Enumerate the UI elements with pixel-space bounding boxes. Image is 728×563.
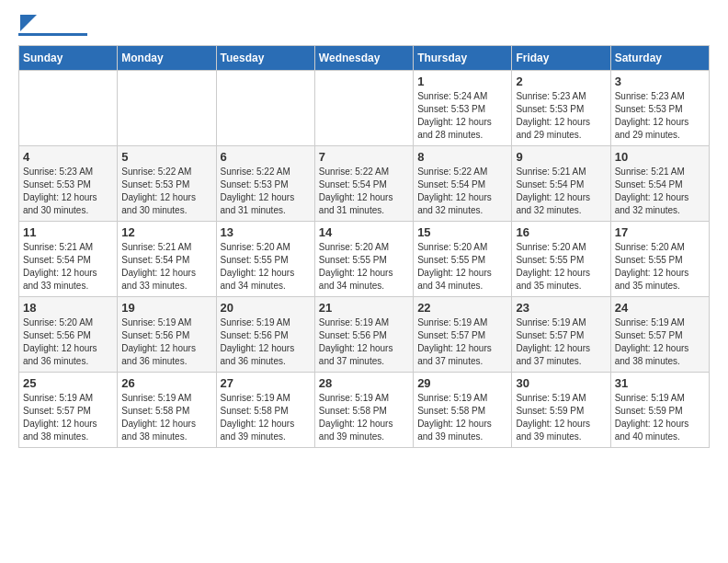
day-number: 8 (417, 150, 507, 164)
day-number: 1 (417, 75, 507, 88)
day-info: Sunrise: 5:19 AM Sunset: 5:57 PM Dayligh… (615, 316, 705, 368)
calendar-cell: 6Sunrise: 5:22 AM Sunset: 5:53 PM Daylig… (216, 146, 314, 222)
calendar-header: SundayMondayTuesdayWednesdayThursdayFrid… (19, 46, 710, 71)
svg-marker-0 (20, 15, 37, 31)
calendar-cell: 13Sunrise: 5:20 AM Sunset: 5:55 PM Dayli… (216, 222, 314, 297)
day-info: Sunrise: 5:19 AM Sunset: 5:59 PM Dayligh… (615, 392, 705, 443)
day-number: 31 (615, 376, 705, 390)
day-number: 24 (615, 301, 705, 315)
day-number: 18 (23, 301, 113, 315)
logo (18, 18, 87, 36)
day-number: 23 (516, 301, 606, 315)
calendar-cell: 15Sunrise: 5:20 AM Sunset: 5:55 PM Dayli… (414, 222, 512, 297)
day-number: 6 (221, 150, 311, 164)
day-number: 29 (417, 376, 507, 390)
day-number: 7 (319, 150, 409, 164)
calendar-cell: 3Sunrise: 5:23 AM Sunset: 5:53 PM Daylig… (610, 71, 709, 146)
calendar-cell: 17Sunrise: 5:20 AM Sunset: 5:55 PM Dayli… (610, 222, 709, 297)
day-info: Sunrise: 5:24 AM Sunset: 5:53 PM Dayligh… (417, 90, 507, 142)
day-number: 9 (516, 150, 606, 164)
day-number: 10 (615, 150, 705, 164)
calendar-cell: 24Sunrise: 5:19 AM Sunset: 5:57 PM Dayli… (610, 297, 709, 373)
day-info: Sunrise: 5:23 AM Sunset: 5:53 PM Dayligh… (516, 90, 606, 142)
weekday-header-thursday: Thursday (414, 46, 512, 71)
calendar-cell: 12Sunrise: 5:21 AM Sunset: 5:54 PM Dayli… (118, 222, 216, 297)
day-info: Sunrise: 5:21 AM Sunset: 5:54 PM Dayligh… (615, 166, 705, 217)
calendar-cell: 10Sunrise: 5:21 AM Sunset: 5:54 PM Dayli… (610, 146, 709, 222)
day-number: 12 (121, 225, 211, 239)
day-info: Sunrise: 5:19 AM Sunset: 5:56 PM Dayligh… (121, 316, 211, 368)
calendar-cell: 18Sunrise: 5:20 AM Sunset: 5:56 PM Dayli… (19, 297, 118, 373)
day-number: 17 (615, 225, 705, 239)
calendar-cell: 11Sunrise: 5:21 AM Sunset: 5:54 PM Dayli… (19, 222, 118, 297)
day-info: Sunrise: 5:19 AM Sunset: 5:56 PM Dayligh… (221, 316, 311, 368)
day-number: 3 (615, 75, 705, 88)
calendar-cell: 28Sunrise: 5:19 AM Sunset: 5:58 PM Dayli… (314, 373, 413, 448)
day-info: Sunrise: 5:20 AM Sunset: 5:55 PM Dayligh… (516, 241, 606, 293)
calendar-cell: 14Sunrise: 5:20 AM Sunset: 5:55 PM Dayli… (314, 222, 413, 297)
day-info: Sunrise: 5:19 AM Sunset: 5:56 PM Dayligh… (319, 316, 409, 368)
calendar-cell: 25Sunrise: 5:19 AM Sunset: 5:57 PM Dayli… (19, 373, 118, 448)
calendar-cell: 21Sunrise: 5:19 AM Sunset: 5:56 PM Dayli… (314, 297, 413, 373)
day-number: 27 (221, 376, 311, 390)
day-number: 26 (121, 376, 211, 390)
weekday-header-wednesday: Wednesday (314, 46, 413, 71)
day-number: 11 (23, 225, 113, 239)
calendar-cell: 23Sunrise: 5:19 AM Sunset: 5:57 PM Dayli… (512, 297, 610, 373)
day-info: Sunrise: 5:19 AM Sunset: 5:57 PM Dayligh… (417, 316, 507, 368)
calendar-cell: 1Sunrise: 5:24 AM Sunset: 5:53 PM Daylig… (414, 71, 512, 146)
calendar-cell: 22Sunrise: 5:19 AM Sunset: 5:57 PM Dayli… (414, 297, 512, 373)
calendar-cell: 29Sunrise: 5:19 AM Sunset: 5:58 PM Dayli… (414, 373, 512, 448)
weekday-header-friday: Friday (512, 46, 610, 71)
day-info: Sunrise: 5:21 AM Sunset: 5:54 PM Dayligh… (23, 241, 113, 293)
calendar-cell: 7Sunrise: 5:22 AM Sunset: 5:54 PM Daylig… (314, 146, 413, 222)
day-info: Sunrise: 5:20 AM Sunset: 5:55 PM Dayligh… (615, 241, 705, 293)
day-info: Sunrise: 5:20 AM Sunset: 5:55 PM Dayligh… (221, 241, 311, 293)
day-info: Sunrise: 5:19 AM Sunset: 5:58 PM Dayligh… (221, 392, 311, 443)
day-info: Sunrise: 5:22 AM Sunset: 5:53 PM Dayligh… (221, 166, 311, 217)
day-info: Sunrise: 5:22 AM Sunset: 5:54 PM Dayligh… (319, 166, 409, 217)
day-number: 15 (417, 225, 507, 239)
day-info: Sunrise: 5:20 AM Sunset: 5:55 PM Dayligh… (417, 241, 507, 293)
calendar-cell: 31Sunrise: 5:19 AM Sunset: 5:59 PM Dayli… (610, 373, 709, 448)
calendar-cell: 27Sunrise: 5:19 AM Sunset: 5:58 PM Dayli… (216, 373, 314, 448)
day-info: Sunrise: 5:21 AM Sunset: 5:54 PM Dayligh… (516, 166, 606, 217)
day-info: Sunrise: 5:19 AM Sunset: 5:58 PM Dayligh… (417, 392, 507, 443)
day-info: Sunrise: 5:20 AM Sunset: 5:55 PM Dayligh… (319, 241, 409, 293)
calendar-cell: 2Sunrise: 5:23 AM Sunset: 5:53 PM Daylig… (512, 71, 610, 146)
calendar-cell (216, 71, 314, 146)
day-number: 22 (417, 301, 507, 315)
day-number: 5 (121, 150, 211, 164)
day-info: Sunrise: 5:19 AM Sunset: 5:59 PM Dayligh… (516, 392, 606, 443)
weekday-header-monday: Monday (118, 46, 216, 71)
calendar-cell: 8Sunrise: 5:22 AM Sunset: 5:54 PM Daylig… (414, 146, 512, 222)
calendar-cell: 9Sunrise: 5:21 AM Sunset: 5:54 PM Daylig… (512, 146, 610, 222)
weekday-header-tuesday: Tuesday (216, 46, 314, 71)
day-info: Sunrise: 5:19 AM Sunset: 5:57 PM Dayligh… (516, 316, 606, 368)
day-number: 13 (221, 225, 311, 239)
day-info: Sunrise: 5:22 AM Sunset: 5:53 PM Dayligh… (121, 166, 211, 217)
calendar-cell: 30Sunrise: 5:19 AM Sunset: 5:59 PM Dayli… (512, 373, 610, 448)
day-number: 28 (319, 376, 409, 390)
day-info: Sunrise: 5:19 AM Sunset: 5:58 PM Dayligh… (121, 392, 211, 443)
day-number: 2 (516, 75, 606, 88)
day-number: 30 (516, 376, 606, 390)
day-info: Sunrise: 5:20 AM Sunset: 5:56 PM Dayligh… (23, 316, 113, 368)
day-number: 4 (23, 150, 113, 164)
day-number: 21 (319, 301, 409, 315)
calendar-cell: 5Sunrise: 5:22 AM Sunset: 5:53 PM Daylig… (118, 146, 216, 222)
day-info: Sunrise: 5:23 AM Sunset: 5:53 PM Dayligh… (23, 166, 113, 217)
day-number: 20 (221, 301, 311, 315)
day-number: 25 (23, 376, 113, 390)
calendar-cell: 19Sunrise: 5:19 AM Sunset: 5:56 PM Dayli… (118, 297, 216, 373)
weekday-header-sunday: Sunday (19, 46, 118, 71)
calendar-cell: 20Sunrise: 5:19 AM Sunset: 5:56 PM Dayli… (216, 297, 314, 373)
calendar-cell: 4Sunrise: 5:23 AM Sunset: 5:53 PM Daylig… (19, 146, 118, 222)
day-info: Sunrise: 5:19 AM Sunset: 5:58 PM Dayligh… (319, 392, 409, 443)
calendar-cell (314, 71, 413, 146)
day-number: 14 (319, 225, 409, 239)
calendar-cell: 16Sunrise: 5:20 AM Sunset: 5:55 PM Dayli… (512, 222, 610, 297)
day-info: Sunrise: 5:19 AM Sunset: 5:57 PM Dayligh… (23, 392, 113, 443)
calendar-cell: 26Sunrise: 5:19 AM Sunset: 5:58 PM Dayli… (118, 373, 216, 448)
day-number: 16 (516, 225, 606, 239)
